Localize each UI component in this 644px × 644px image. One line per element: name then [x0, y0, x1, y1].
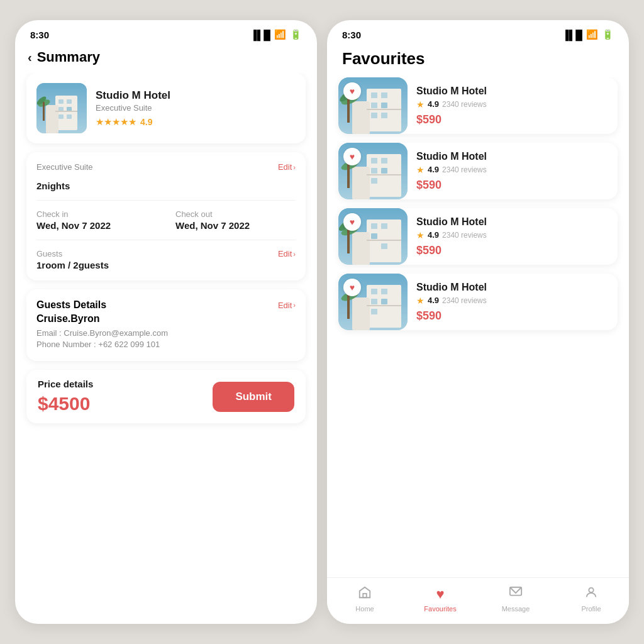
favourite-item-0[interactable]: ♥ Studio M Hotel ★ 4.9 2340 reviews $590 — [338, 77, 618, 134]
page-title: Summary — [37, 49, 100, 65]
svg-rect-9 — [55, 111, 77, 112]
fav-rating-0: ★ 4.9 2340 reviews — [416, 99, 611, 109]
price-card: Price details $4500 Submit — [26, 370, 306, 423]
favourites-icon: ♥ — [436, 586, 444, 602]
bottom-nav: Home ♥ Favourites Message Profile — [327, 577, 629, 624]
status-icons-right: ▐▌█ 📶 🔋 — [562, 29, 614, 40]
signal-icon: ▐▌█ — [250, 30, 270, 40]
heart-icon-2: ♥ — [350, 217, 355, 227]
guest-email: Email : Cruise.Byron@example.com — [36, 328, 296, 338]
nav-favourites[interactable]: ♥ Favourites — [421, 586, 459, 613]
svg-rect-41 — [381, 223, 387, 229]
heart-badge-2[interactable]: ♥ — [343, 213, 361, 231]
phone-value: +62 622 099 101 — [98, 340, 160, 349]
booking-section-header: Executive Suite Edit › — [36, 162, 296, 172]
edit-arrow-icon: › — [293, 164, 296, 171]
svg-rect-47 — [347, 230, 350, 253]
fav-price-2: $590 — [416, 244, 611, 257]
svg-rect-33 — [371, 178, 377, 184]
svg-rect-50 — [352, 297, 370, 330]
fav-star-0: ★ — [416, 99, 425, 109]
svg-rect-28 — [352, 167, 370, 199]
fav-rating-3: ★ 4.9 2340 reviews — [416, 296, 611, 306]
fav-rating-2: ★ 4.9 2340 reviews — [416, 230, 611, 240]
edit3-arrow-icon: › — [293, 301, 296, 309]
divider — [36, 200, 296, 201]
fav-info-3: Studio M Hotel ★ 4.9 2340 reviews $590 — [416, 274, 618, 330]
edit-guests-details-button[interactable]: Edit › — [278, 301, 296, 310]
svg-rect-25 — [347, 99, 350, 123]
heart-badge-1[interactable]: ♥ — [343, 148, 361, 165]
svg-point-61 — [589, 588, 593, 592]
summary-screen: 8:30 ▐▌█ 📶 🔋 ‹ Summary — [15, 20, 317, 624]
nav-home[interactable]: Home — [346, 586, 384, 613]
nav-profile[interactable]: Profile — [572, 586, 610, 613]
back-arrow-icon[interactable]: ‹ — [28, 50, 32, 65]
fav-rating-num-1: 4.9 — [428, 165, 439, 174]
favourite-item-3[interactable]: ♥ Studio M Hotel ★ 4.9 2340 reviews $590 — [338, 274, 618, 330]
guest-details-card: Guests Details Edit › Cruise.Byron Email… — [26, 289, 306, 361]
guest-section-header: Guests Details Edit › — [36, 299, 296, 311]
fav-rating-num-2: 4.9 — [428, 230, 439, 240]
svg-rect-53 — [371, 299, 377, 304]
hotel-thumbnail — [36, 83, 87, 133]
edit2-arrow-icon: › — [293, 250, 296, 258]
profile-icon — [584, 586, 598, 602]
svg-rect-29 — [371, 158, 377, 164]
status-bar-right: 8:30 ▐▌█ 📶 🔋 — [327, 20, 629, 44]
svg-rect-30 — [381, 158, 387, 164]
summary-content: Studio M Hotel Executive Suite ★★★★★ 4.9… — [15, 73, 317, 624]
checkout-label: Check out — [175, 209, 296, 219]
battery-icon: 🔋 — [290, 29, 302, 40]
svg-rect-6 — [67, 107, 72, 111]
battery-icon-right: 🔋 — [602, 29, 614, 40]
favourite-item-1[interactable]: ♥ Studio M Hotel ★ 4.9 2340 reviews $590 — [338, 143, 618, 199]
svg-rect-58 — [347, 295, 350, 319]
fav-price-3: $590 — [416, 309, 611, 323]
svg-rect-31 — [371, 168, 377, 174]
fav-rating-num-0: 4.9 — [428, 99, 439, 109]
fav-rating-num-3: 4.9 — [428, 296, 439, 305]
svg-rect-20 — [371, 113, 377, 118]
edit-nights-button[interactable]: Edit › — [278, 162, 296, 172]
hotel-rating: ★★★★★ 4.9 — [96, 116, 296, 128]
svg-rect-19 — [381, 103, 387, 108]
fav-name-2: Studio M Hotel — [416, 216, 611, 228]
heart-icon-0: ♥ — [350, 86, 355, 96]
checkin-col: Check in Wed, Nov 7 2022 — [36, 209, 157, 231]
fav-star-3: ★ — [416, 296, 425, 306]
svg-rect-42 — [371, 233, 377, 239]
favourite-item-2[interactable]: ♥ Studio M Hotel ★ 4.9 2340 reviews $590 — [338, 208, 618, 265]
favourites-title: Favourites — [342, 49, 425, 68]
svg-rect-59 — [363, 594, 367, 597]
svg-rect-17 — [381, 92, 387, 98]
svg-rect-39 — [352, 232, 370, 265]
price-details-label: Price details — [38, 379, 93, 389]
svg-rect-3 — [58, 99, 64, 104]
svg-rect-32 — [381, 168, 387, 174]
fav-thumb-1: ♥ — [338, 143, 408, 199]
status-bar-left: 8:30 ▐▌█ 📶 🔋 — [15, 20, 317, 44]
favourites-list: ♥ Studio M Hotel ★ 4.9 2340 reviews $590 — [327, 77, 629, 577]
fav-info-2: Studio M Hotel ★ 4.9 2340 reviews $590 — [416, 209, 618, 265]
heart-badge-0[interactable]: ♥ — [343, 82, 361, 100]
fav-rating-1: ★ 4.9 2340 reviews — [416, 165, 611, 175]
submit-button[interactable]: Submit — [213, 382, 294, 412]
fav-name-3: Studio M Hotel — [416, 282, 611, 293]
hotel-type: Executive Suite — [96, 103, 296, 113]
hotel-info: Studio M Hotel Executive Suite ★★★★★ 4.9 — [96, 89, 296, 128]
guests-label: Guests — [36, 249, 109, 258]
svg-rect-2 — [46, 105, 58, 133]
checkout-col: Check out Wed, Nov 7 2022 — [175, 209, 296, 231]
svg-rect-55 — [371, 309, 377, 314]
fav-thumb-2: ♥ — [338, 208, 408, 265]
svg-rect-15 — [352, 101, 370, 134]
nav-message[interactable]: Message — [497, 586, 535, 613]
edit-guests-button[interactable]: Edit › — [278, 249, 296, 258]
heart-badge-3[interactable]: ♥ — [343, 279, 361, 296]
fav-reviews-2: 2340 reviews — [442, 231, 487, 240]
signal-icon-right: ▐▌█ — [562, 30, 582, 40]
fav-thumb-3: ♥ — [338, 274, 408, 330]
svg-rect-18 — [371, 103, 377, 108]
favourites-header: Favourites — [327, 44, 629, 77]
